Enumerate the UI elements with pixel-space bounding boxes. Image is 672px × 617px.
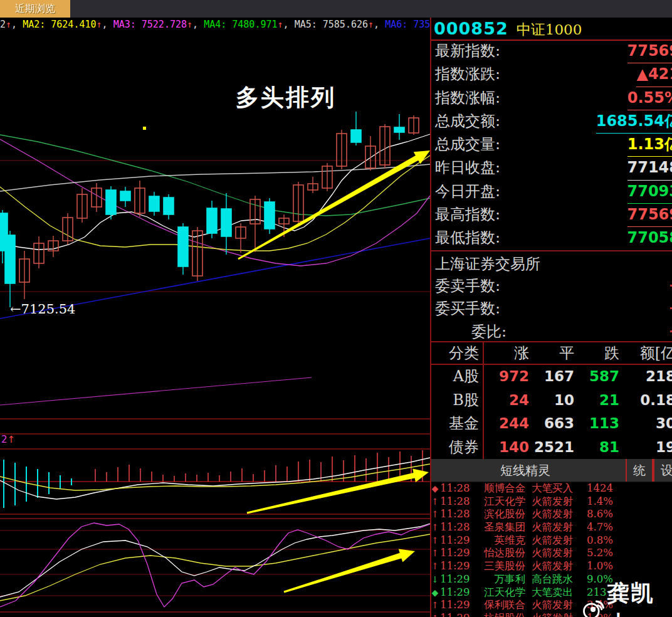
alert-time: 11:29: [440, 534, 471, 547]
quote-row-total-volume: 总成交量: 1.13亿: [431, 133, 672, 156]
alert-stock-name: 怡达股份: [471, 547, 525, 560]
candle-down: [207, 208, 217, 233]
table-row-b-shares: B股 24 10 21 0.18: [431, 389, 672, 413]
table-row-a-shares: A股 972 167 587 218: [431, 365, 672, 389]
alert-settings-button[interactable]: 设: [653, 459, 672, 482]
col-header-category: 分类: [431, 342, 484, 364]
quote-value: ▲421: [636, 63, 672, 87]
candle-down: [265, 202, 275, 229]
quote-label: 昨日收盘:: [435, 156, 500, 179]
alert-event: 火箭发射: [532, 508, 587, 521]
pane2-indicator-label: 2↑: [1, 434, 15, 445]
up-arrow-icon: ↑: [430, 599, 440, 612]
alert-stock-name: 滨化股份: [471, 508, 525, 521]
quote-row-index-change: 指数涨跌: ▲421: [431, 63, 672, 86]
alert-time: 11:29: [440, 586, 471, 599]
instrument-header: 000852 中证1000: [431, 19, 672, 41]
cell-down: 81: [574, 436, 619, 460]
alert-value: 1.0%: [587, 560, 613, 573]
cell-up: 244: [484, 412, 529, 436]
cell-up: 972: [484, 365, 529, 389]
alert-row[interactable]: ↑11:29三美股份火箭发射1.0%: [431, 560, 672, 573]
alert-event: 高台跳水: [532, 573, 587, 586]
alert-event: 火箭发射: [532, 495, 587, 509]
alert-time: 11:28: [440, 521, 471, 534]
alert-row[interactable]: ↑11:28圣泉集团火箭发射4.7%: [431, 521, 672, 534]
quote-value: 77569: [627, 203, 672, 227]
alert-row[interactable]: ↑11:28江天化学火箭发射1.4%: [431, 495, 672, 509]
quote-label: 最低指数:: [435, 226, 500, 250]
quote-label: 指数涨跌:: [435, 63, 500, 86]
cell-category: B股: [431, 389, 484, 413]
alert-event: 大笔买入: [532, 482, 587, 495]
quote-label: 最高指数:: [435, 203, 500, 226]
cell-amount: 30: [619, 412, 672, 436]
quote-row-index-change-pct: 指数涨幅: 0.55%: [431, 87, 672, 110]
cell-amount: 218: [619, 365, 672, 389]
quote-row-open: 今日开盘: 77093: [431, 180, 672, 203]
chart-dot-marker: [143, 127, 146, 130]
alert-row[interactable]: ↑11:28滨化股份火箭发射8.6%: [431, 508, 672, 521]
col-header-up: 涨: [484, 342, 529, 364]
alert-row[interactable]: ↑11:29怡达股份火箭发射5.2%: [431, 547, 672, 560]
alert-time: 11:29: [440, 612, 471, 617]
alert-time: 11:29: [440, 573, 471, 586]
market-breadth-table: 分类 涨 平 跌 额[亿 A股 972 167 587 218 B股 24 10…: [431, 342, 672, 460]
annotation-arrow: [284, 549, 415, 593]
quote-row-high: 最高指数: 77569: [431, 203, 672, 226]
quote-value: 77093: [627, 180, 672, 204]
candle-down: [120, 191, 130, 201]
alert-row[interactable]: ◆11:28顺博合金大笔买入1424: [431, 482, 672, 495]
quote-value: 1.13亿: [627, 133, 672, 157]
alert-stats-button[interactable]: 统: [626, 459, 653, 482]
quote-rows: 最新指数: 77569 指数涨跌: ▲421 指数涨幅: 0.55% 总成交额:…: [431, 40, 672, 250]
order-row-bid: 委买手数:: [431, 297, 672, 320]
up-arrow-icon: ↑: [430, 612, 440, 617]
alert-event: 火箭发射: [532, 560, 587, 573]
alert-event: 火箭发射: [532, 521, 587, 534]
cell-down: 21: [574, 389, 619, 413]
cell-flat: 663: [529, 412, 574, 436]
alert-event: 火箭发射: [532, 612, 587, 617]
quote-panel: 000852 中证1000 最新指数: 77569 指数涨跌: ▲421 指数涨…: [430, 18, 672, 617]
quote-value: 77058: [627, 226, 672, 250]
cell-down: 113: [574, 412, 619, 436]
alert-time: 11:28: [440, 482, 471, 495]
cell-flat: 2521: [529, 436, 574, 460]
alert-panel-title: 短线精灵: [431, 459, 619, 482]
exchange-name: 上海证券交易所: [435, 251, 540, 275]
quote-value: 1685.54亿: [596, 110, 672, 134]
cell-flat: 10: [529, 389, 574, 413]
alert-value: 5.2%: [587, 547, 613, 560]
candle-down: [394, 127, 404, 132]
quote-row-last-index: 最新指数: 77569: [431, 40, 672, 63]
up-arrow-icon: ↑: [430, 521, 440, 534]
weibo-logo-icon: [580, 594, 607, 617]
alert-row[interactable]: ↑11:29英维克火箭发射0.8%: [431, 534, 672, 547]
alert-time: 11:28: [440, 495, 471, 509]
quote-row-total-amount: 总成交额: 1685.54亿: [431, 110, 672, 133]
down-arrow-icon: ↓: [430, 573, 440, 586]
up-arrow-icon: ↑: [430, 508, 440, 521]
price-chart-svg: ←7125.54多头排列2↑: [0, 0, 431, 617]
alert-stock-name: 保利联合: [471, 599, 525, 612]
order-label: 委卖手数:: [435, 275, 500, 297]
candle-down: [106, 190, 116, 214]
alert-panel-titlebar: 短线精灵 统 设: [431, 459, 672, 482]
up-arrow-icon: ↑: [430, 495, 440, 509]
alert-time: 11:28: [440, 508, 471, 521]
alert-event: 大笔卖出: [532, 586, 587, 599]
order-row-ask: 委卖手数:: [431, 275, 672, 297]
candle-down: [351, 130, 361, 142]
table-header-row: 分类 涨 平 跌 额[亿: [431, 342, 672, 365]
alert-stock-name: 圣泉集团: [471, 521, 525, 534]
quote-label: 最新指数:: [435, 40, 500, 63]
alert-value: 4.7%: [587, 521, 613, 534]
quote-value: 77148: [627, 156, 672, 180]
order-row-ratio: 委比:: [431, 320, 672, 343]
col-header-flat: 平: [529, 342, 574, 364]
candle-down: [221, 209, 231, 236]
candle-down: [5, 235, 15, 283]
quote-value: 0.55%: [627, 87, 672, 110]
alert-value: 1.4%: [587, 495, 613, 509]
